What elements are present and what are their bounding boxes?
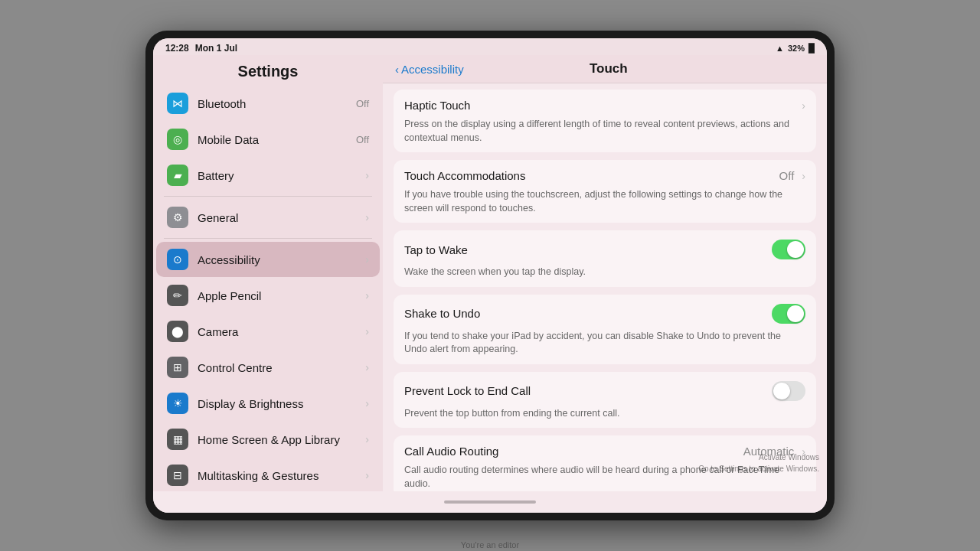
setting-desc-tap-to-wake: Wake the screen when you tap the display… — [394, 266, 816, 287]
sidebar-item-multitasking[interactable]: ⊟ Multitasking & Gestures › — [156, 458, 380, 491]
sidebar-icon-apple-pencil: ✏ — [167, 285, 188, 306]
back-label: Accessibility — [401, 63, 464, 76]
sidebar-item-home-screen[interactable]: ▦ Home Screen & App Library › — [156, 422, 380, 457]
sidebar-icon-battery: ▰ — [167, 165, 188, 186]
sidebar-icon-bluetooth: ⋈ — [167, 93, 188, 114]
sidebar-icon-home-screen: ▦ — [167, 429, 188, 450]
sidebar-title: Settings — [153, 55, 383, 85]
detail-header: ‹ Accessibility Touch — [383, 55, 827, 83]
setting-row-shake-to-undo[interactable]: Shake to Undo — [394, 295, 816, 330]
setting-desc-shake-to-undo: If you tend to shake your iPad by accide… — [394, 330, 816, 364]
screen: 12:28 Mon 1 Jul ▲ 32% ▉ Settings ⋈ Bluet… — [153, 38, 827, 513]
sidebar-label-camera: Camera — [198, 325, 356, 338]
activate-windows-notice: Activate WindowsGo to Settings to activa… — [698, 452, 819, 474]
setting-desc-prevent-lock: Prevent the top button from ending the c… — [394, 407, 816, 429]
sidebar-icon-control-centre: ⊞ — [167, 357, 188, 378]
bottom-bar — [153, 491, 827, 513]
sidebar-value-mobile-data: Off — [356, 134, 369, 145]
watermark: You're an editor — [461, 540, 519, 549]
setting-card-touch-accommodations: Touch Accommodations Off › If you have t… — [394, 160, 816, 223]
setting-card-shake-to-undo: Shake to Undo If you tend to shake your … — [394, 295, 816, 364]
toggle-shake-to-undo[interactable] — [772, 304, 805, 324]
setting-chevron-touch-accommodations: › — [802, 170, 805, 182]
setting-title-call-audio-routing: Call Audio Routing — [404, 445, 736, 458]
sidebar-chevron-battery: › — [365, 169, 369, 181]
setting-title-touch-accommodations: Touch Accommodations — [404, 169, 772, 182]
toggle-knob-tap-to-wake — [787, 241, 804, 258]
sidebar-chevron-general: › — [365, 211, 369, 223]
setting-card-prevent-lock: Prevent Lock to End Call Prevent the top… — [394, 372, 816, 429]
sidebar-chevron-apple-pencil: › — [365, 289, 369, 302]
back-button[interactable]: ‹ Accessibility — [395, 63, 464, 76]
toggle-prevent-lock[interactable] — [772, 381, 805, 401]
sidebar-icon-general: ⚙ — [167, 207, 188, 228]
setting-row-tap-to-wake[interactable]: Tap to Wake — [394, 230, 816, 266]
date: Mon 1 Jul — [195, 43, 237, 54]
toggle-tap-to-wake[interactable] — [772, 240, 805, 259]
sidebar-chevron-multitasking: › — [365, 469, 369, 481]
sidebar-item-mobile-data[interactable]: ◎ Mobile Data Off — [156, 122, 380, 157]
setting-chevron-haptic-touch: › — [802, 99, 805, 112]
sidebar-chevron-camera: › — [365, 325, 369, 337]
sidebar-item-general[interactable]: ⚙ General › — [156, 200, 380, 235]
sidebar-label-accessibility: Accessibility — [198, 253, 356, 266]
setting-title-prevent-lock: Prevent Lock to End Call — [404, 384, 764, 397]
sidebar-label-multitasking: Multitasking & Gestures — [198, 469, 356, 482]
sidebar-label-home-screen: Home Screen & App Library — [198, 433, 356, 446]
setting-row-touch-accommodations[interactable]: Touch Accommodations Off › — [394, 160, 816, 188]
sidebar-label-display-brightness: Display & Brightness — [198, 397, 356, 410]
main-content: Settings ⋈ Bluetooth Off ◎ Mobile Data O… — [153, 55, 827, 491]
detail-content: Haptic Touch › Press on the display usin… — [383, 83, 827, 491]
setting-row-haptic-touch[interactable]: Haptic Touch › — [394, 90, 816, 118]
battery-icon: ▉ — [808, 44, 815, 54]
setting-desc-haptic-touch: Press on the display using a different l… — [394, 118, 816, 152]
sidebar-label-apple-pencil: Apple Pencil — [198, 289, 356, 302]
sidebar-label-bluetooth: Bluetooth — [198, 97, 347, 110]
sidebar-value-bluetooth: Off — [356, 98, 369, 109]
sidebar-chevron-accessibility: › — [365, 253, 369, 266]
setting-value-touch-accommodations: Off — [779, 169, 795, 182]
sidebar-item-accessibility[interactable]: ⊙ Accessibility › — [156, 242, 380, 277]
battery-percent: 32% — [788, 44, 805, 53]
setting-title-tap-to-wake: Tap to Wake — [404, 243, 764, 256]
sidebar-label-general: General — [198, 211, 356, 224]
sidebar-item-display-brightness[interactable]: ☀ Display & Brightness › — [156, 386, 380, 421]
sidebar-icon-accessibility: ⊙ — [167, 249, 188, 270]
sidebar-label-mobile-data: Mobile Data — [198, 133, 347, 146]
sidebar-item-bluetooth[interactable]: ⋈ Bluetooth Off — [156, 86, 380, 121]
sidebar-chevron-display-brightness: › — [365, 397, 369, 409]
sidebar: Settings ⋈ Bluetooth Off ◎ Mobile Data O… — [153, 55, 383, 491]
status-bar: 12:28 Mon 1 Jul ▲ 32% ▉ — [153, 38, 827, 55]
setting-title-shake-to-undo: Shake to Undo — [404, 307, 764, 320]
sidebar-chevron-control-centre: › — [365, 361, 369, 373]
sidebar-label-control-centre: Control Centre — [198, 361, 356, 374]
detail-title: Touch — [464, 61, 753, 77]
sidebar-item-apple-pencil[interactable]: ✏ Apple Pencil › — [156, 278, 380, 313]
sidebar-icon-multitasking: ⊟ — [167, 465, 188, 486]
sidebar-divider — [164, 238, 372, 239]
sidebar-icon-display-brightness: ☀ — [167, 393, 188, 414]
setting-desc-touch-accommodations: If you have trouble using the touchscree… — [394, 188, 816, 223]
back-chevron: ‹ — [395, 63, 399, 76]
toggle-knob-prevent-lock — [773, 383, 790, 399]
sidebar-item-camera[interactable]: ⬤ Camera › — [156, 314, 380, 349]
setting-card-tap-to-wake: Tap to Wake Wake the screen when you tap… — [394, 230, 816, 287]
wifi-icon: ▲ — [776, 44, 784, 53]
detail-panel: ‹ Accessibility Touch Haptic Touch › Pre… — [383, 55, 827, 491]
sidebar-item-control-centre[interactable]: ⊞ Control Centre › — [156, 350, 380, 385]
setting-title-haptic-touch: Haptic Touch — [404, 99, 794, 112]
setting-row-prevent-lock[interactable]: Prevent Lock to End Call — [394, 372, 816, 407]
setting-card-haptic-touch: Haptic Touch › Press on the display usin… — [394, 90, 816, 152]
sidebar-divider — [164, 196, 372, 197]
sidebar-chevron-home-screen: › — [365, 433, 369, 445]
time: 12:28 — [165, 43, 189, 54]
sidebar-icon-mobile-data: ◎ — [167, 129, 188, 150]
sidebar-icon-camera: ⬤ — [167, 321, 188, 342]
sidebar-items: ⋈ Bluetooth Off ◎ Mobile Data Off ▰ Batt… — [153, 85, 383, 491]
sidebar-label-battery: Battery — [198, 169, 356, 182]
sidebar-item-battery[interactable]: ▰ Battery › — [156, 158, 380, 193]
home-indicator — [444, 500, 536, 504]
toggle-knob-shake-to-undo — [787, 305, 804, 322]
device-frame: 12:28 Mon 1 Jul ▲ 32% ▉ Settings ⋈ Bluet… — [145, 31, 835, 520]
